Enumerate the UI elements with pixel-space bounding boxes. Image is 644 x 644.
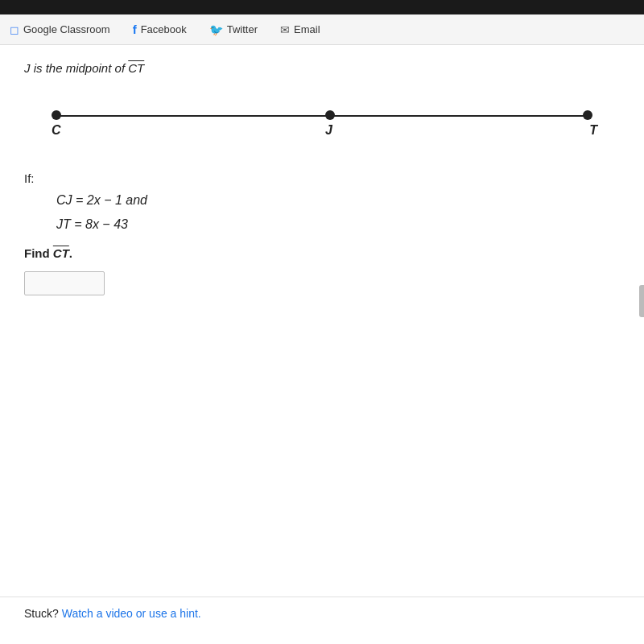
segment-line — [56, 115, 588, 117]
google-classroom-label: Google Classroom — [23, 23, 110, 35]
scroll-indicator — [639, 285, 644, 317]
nav-item-twitter[interactable]: 🐦 Twitter — [209, 23, 258, 36]
email-icon: ✉ — [280, 23, 290, 36]
facebook-icon: f — [133, 23, 137, 36]
point-j — [325, 110, 335, 120]
top-bar — [0, 0, 644, 14]
bottom-hint: Stuck? Watch a video or use a hint. — [0, 597, 644, 630]
google-classroom-icon: ◻ — [10, 23, 19, 36]
email-label: Email — [294, 23, 320, 35]
facebook-label: Facebook — [141, 23, 187, 35]
point-c — [52, 110, 61, 120]
equation2: JT = 8x − 43 — [56, 217, 620, 232]
twitter-icon: 🐦 — [209, 23, 223, 36]
find-ct-label: CT — [53, 246, 69, 260]
point-t — [583, 110, 592, 120]
label-t: T — [589, 123, 597, 138]
hint-link[interactable]: Watch a video or use a hint. — [62, 607, 201, 620]
nav-item-email[interactable]: ✉ Email — [280, 23, 320, 36]
label-c: C — [52, 123, 61, 138]
segment-diagram: C J T — [24, 99, 620, 147]
main-content: J is the midpoint of CT C J T If: CJ = 2… — [0, 45, 644, 644]
segment-label: CT — [128, 61, 144, 75]
if-label: If: — [24, 171, 620, 185]
if-section: If: CJ = 2x − 1 and JT = 8x − 43 — [24, 171, 620, 232]
nav-bar: ◻ Google Classroom f Facebook 🐦 Twitter … — [0, 14, 644, 45]
midpoint-statement: J is the midpoint of CT — [24, 61, 620, 75]
twitter-label: Twitter — [227, 23, 258, 35]
equation1: CJ = 2x − 1 and — [56, 193, 620, 208]
find-section: Find CT. — [24, 246, 620, 295]
label-j: J — [325, 123, 332, 138]
nav-item-google-classroom[interactable]: ◻ Google Classroom — [10, 23, 110, 36]
hint-text: Stuck? — [24, 607, 62, 620]
midpoint-text: J is the midpoint of — [24, 61, 128, 75]
find-label: Find CT. — [24, 246, 620, 260]
nav-item-facebook[interactable]: f Facebook — [133, 23, 187, 36]
answer-input[interactable] — [24, 271, 105, 295]
